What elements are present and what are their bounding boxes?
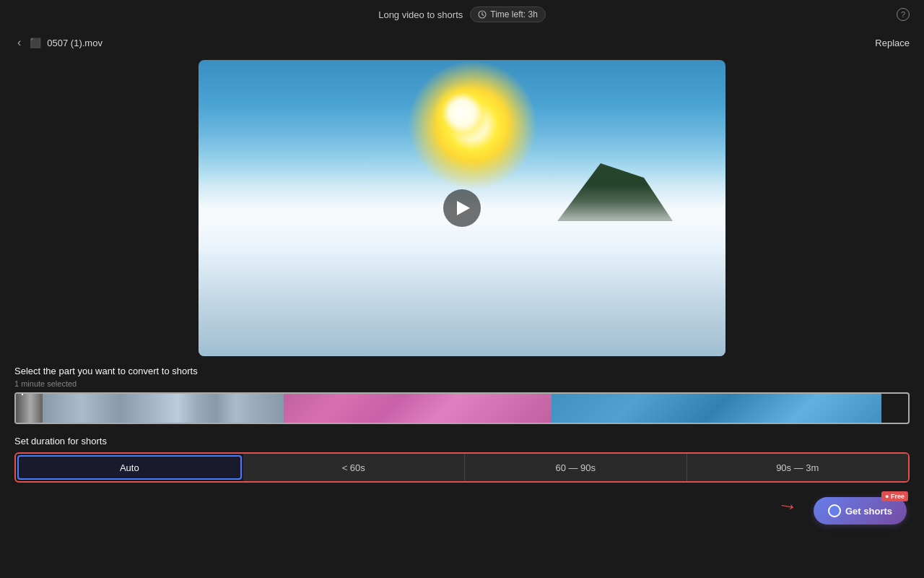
- sun-glow: [433, 84, 491, 142]
- svg-line-2: [482, 14, 484, 16]
- video-wrapper: [199, 60, 725, 356]
- header: Long video to shorts Time left: 3h ?: [0, 0, 924, 29]
- duration-60s-button[interactable]: < 60s: [243, 454, 466, 481]
- timeline-section: Select the part you want to convert to s…: [0, 360, 924, 428]
- play-button[interactable]: [443, 189, 481, 227]
- duration-auto-button[interactable]: Auto: [17, 455, 242, 480]
- time-badge-label: Time left: 3h: [490, 9, 538, 20]
- film-icon: ⬛: [30, 38, 41, 48]
- free-badge: ● Free: [881, 491, 908, 501]
- clock-icon: [478, 10, 487, 19]
- duration-90s-3m-button[interactable]: 90s — 3m: [687, 454, 909, 481]
- time-badge: Time left: 3h: [470, 7, 546, 22]
- bottom-bar: → ● Free Get shorts: [0, 488, 924, 533]
- replace-button[interactable]: Replace: [875, 38, 910, 48]
- file-name: 0507 (1).mov: [47, 38, 103, 48]
- duration-section: Set duration for shorts Auto < 60s 60 — …: [0, 428, 924, 488]
- duration-title: Set duration for shorts: [14, 436, 910, 447]
- help-button[interactable]: ?: [897, 8, 910, 21]
- file-bar: ‹ ⬛ 0507 (1).mov Replace: [0, 29, 924, 56]
- file-bar-left: ‹ ⬛ 0507 (1).mov: [14, 35, 103, 51]
- video-container: [0, 56, 924, 360]
- header-title-group: Long video to shorts Time left: 3h: [378, 7, 546, 22]
- timeline-seg-blue: [552, 394, 881, 423]
- timeline-tick: [22, 392, 23, 395]
- help-label: ?: [901, 10, 905, 19]
- header-title: Long video to shorts: [378, 9, 463, 20]
- back-button[interactable]: ‹: [14, 35, 24, 51]
- timeline-strip[interactable]: [14, 392, 910, 424]
- timeline-seg-cloud: [43, 394, 284, 423]
- duration-options: Auto < 60s 60 — 90s 90s — 3m: [14, 452, 910, 483]
- timeline-seg-pink: [284, 394, 552, 423]
- timeline-seg-dark1: [16, 394, 43, 423]
- get-shorts-label: Get shorts: [845, 506, 892, 517]
- duration-60-90s-button[interactable]: 60 — 90s: [465, 454, 687, 481]
- get-shorts-button[interactable]: ● Free Get shorts: [814, 497, 907, 525]
- timeline-title: Select the part you want to convert to s…: [14, 366, 910, 376]
- timeline-subtitle: 1 minute selected: [14, 379, 910, 388]
- arrow-annotation: →: [775, 493, 799, 519]
